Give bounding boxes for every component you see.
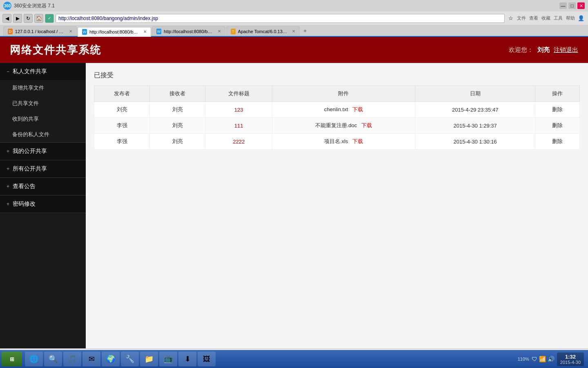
taskbar-apps: 🌐 🔍 🎵 ✉ 🌍 🔧 📁 📺 ⬇ 🖼 [25,352,216,366]
taskbar-right: 110% 🛡 📶 🔊 1:32 2015-4-30 [518,352,586,366]
star-icon[interactable]: ☆ [506,14,515,23]
cell-attachment-3: 项目名.xls 下载 [272,134,415,150]
menu-view[interactable]: 查看 [529,15,538,21]
menu-help[interactable]: 帮助 [566,15,575,21]
sidebar-section-password: + 密码修改 [0,195,86,213]
sidebar-label-password: 密码修改 [13,200,36,208]
sidebar-item-backup[interactable]: 备份的私人文件 [0,127,86,142]
address-bar[interactable]: http://localhost:8080/bangong/admin/inde… [56,14,505,23]
toggle-private-icon: − [7,69,9,74]
user-icon[interactable]: 👤 [577,14,586,23]
delete-btn-1[interactable]: 删除 [552,106,563,112]
sidebar-header-private[interactable]: − 私人文件共享 [0,63,86,80]
logout-button[interactable]: 注销退出 [554,46,578,54]
tab-close-3[interactable]: ✕ [218,29,221,34]
tray-sound-icon[interactable]: 🔊 [548,356,555,362]
taskbar-app-1[interactable]: 🌐 [25,352,43,366]
close-button[interactable]: ✕ [577,2,585,9]
taskbar-app-5[interactable]: 🌍 [102,352,120,366]
file-title-link-2[interactable]: 111 [234,123,243,129]
tray-network-icon[interactable]: 📶 [539,356,546,362]
tab-label-4: Apache Tomcat/6.0.13 - Errc... [238,29,288,34]
taskbar-app-2[interactable]: 🔍 [44,352,62,366]
menu-favorites[interactable]: 收藏 [541,15,550,21]
back-button[interactable]: ◀ [2,14,11,23]
forward-button[interactable]: ▶ [13,14,22,23]
zoom-level: 110% [518,357,529,361]
cell-action-3[interactable]: 删除 [535,134,580,150]
clock[interactable]: 1:32 2015-4-30 [557,352,584,366]
download-link-2[interactable]: 下载 [361,122,372,128]
download-link-1[interactable]: 下载 [352,106,363,112]
clock-time: 1:32 [560,354,581,360]
tab-2[interactable]: W http://localhost:8080/bango... ✕ [78,27,151,37]
taskbar-app-4[interactable]: ✉ [82,352,100,366]
taskbar-app-6[interactable]: 🔧 [121,352,139,366]
file-title-link-1[interactable]: 123 [234,107,243,113]
app-welcome: 欢迎您： 刘亮 注销退出 [509,46,578,54]
sidebar-item-new-share[interactable]: 新增共享文件 [0,80,86,96]
tab-close-4[interactable]: ✕ [292,29,295,34]
delete-btn-3[interactable]: 删除 [552,138,563,144]
sidebar-section-private: − 私人文件共享 新增共享文件 已共享文件 收到的共享 备份的私人文件 [0,63,86,143]
tab-1[interactable]: D 127.0.0.1 / localhost / db_to... ✕ [3,26,77,36]
sidebar-items-private: 新增共享文件 已共享文件 收到的共享 备份的私人文件 [0,80,86,142]
refresh-button[interactable]: ↻ [24,14,33,23]
sidebar-header-my-public[interactable]: + 我的公开共享 [0,143,86,160]
taskbar-app-8[interactable]: 📺 [159,352,177,366]
browser-tabs: D 127.0.0.1 / localhost / db_to... ✕ W h… [0,25,588,37]
sidebar-header-announcements[interactable]: + 查看公告 [0,178,86,195]
app-header: 网络文件共享系统 欢迎您： 刘亮 注销退出 [0,37,588,63]
th-action: 操作 [535,86,580,102]
app-title: 网络文件共享系统 [10,43,101,57]
cell-title-1[interactable]: 123 [205,102,272,118]
cell-date-3: 2015-4-30 1:30:16 [415,134,535,150]
sidebar-header-all-public[interactable]: + 所有公开共享 [0,160,86,177]
tab-close-2[interactable]: ✕ [143,29,147,34]
th-date: 日期 [415,86,535,102]
toggle-all-public-icon: + [7,166,9,172]
tab-3[interactable]: W http://localhost:8080/bango... ✕ [152,26,225,36]
home-button[interactable]: 🏠 [34,14,43,23]
download-link-3[interactable]: 下载 [352,138,363,144]
cell-action-1[interactable]: 删除 [535,102,580,118]
taskbar-app-7[interactable]: 📁 [140,352,158,366]
menu-tools[interactable]: 工具 [554,15,563,21]
tab-4[interactable]: T Apache Tomcat/6.0.13 - Errc... ✕ [226,26,300,36]
browser-toolbar: ◀ ▶ ↻ 🏠 ✓ http://localhost:8080/bangong/… [0,11,588,25]
cell-publisher-1: 刘亮 [94,102,150,118]
files-table: 发布者 接收者 文件标题 附件 日期 操作 刘亮 刘亮 123 [94,85,580,150]
sidebar-item-received-share[interactable]: 收到的共享 [0,111,86,127]
address-text: http://localhost:8080/bangong/admin/inde… [58,16,158,21]
clock-date: 2015-4-30 [560,360,581,365]
delete-btn-2[interactable]: 删除 [552,122,563,128]
taskbar-app-9[interactable]: ⬇ [178,352,196,366]
attachment-name-1: chenlin.txt [324,106,348,112]
browser-logo: 360 [3,2,11,10]
cell-publisher-2: 李强 [94,118,150,134]
cell-action-2[interactable]: 删除 [535,118,580,134]
file-title-link-3[interactable]: 2222 [233,139,245,145]
start-button[interactable]: ⊞ [2,352,22,366]
th-attachment: 附件 [272,86,415,102]
main-content: 已接受 发布者 接收者 文件标题 附件 日期 操作 刘亮 [86,63,588,348]
cell-attachment-1: chenlin.txt 下载 [272,102,415,118]
tray-antivirus-icon[interactable]: 🛡 [532,356,537,362]
section-title: 已接受 [94,71,580,80]
cell-title-2[interactable]: 111 [205,118,272,134]
menu-file[interactable]: 文件 [517,15,526,21]
maximize-button[interactable]: □ [568,2,576,9]
sidebar-item-shared-files[interactable]: 已共享文件 [0,96,86,111]
cell-title-3[interactable]: 2222 [205,134,272,150]
tab-close-1[interactable]: ✕ [69,29,72,34]
taskbar-app-10[interactable]: 🖼 [198,352,216,366]
system-tray: 🛡 📶 🔊 [532,356,555,362]
taskbar-app-3[interactable]: 🎵 [63,352,81,366]
new-tab-button[interactable]: + [301,26,310,35]
app-container: 网络文件共享系统 欢迎您： 刘亮 注销退出 − 私人文件共享 新增共享文件 已共… [0,37,588,358]
sidebar-header-password[interactable]: + 密码修改 [0,195,86,213]
th-receiver: 接收者 [150,86,205,102]
minimize-button[interactable]: — [559,2,567,9]
tab-favicon-3: W [156,29,161,34]
cell-date-2: 2015-4-30 1:29:37 [415,118,535,134]
